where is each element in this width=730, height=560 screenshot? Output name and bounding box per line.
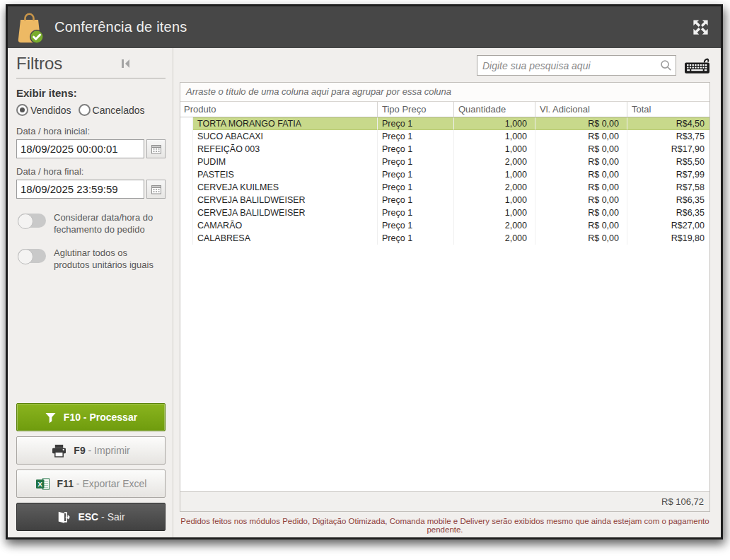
process-button-label: - Processar — [83, 412, 137, 423]
exit-door-icon — [57, 511, 71, 524]
collapse-filters-button[interactable] — [119, 57, 133, 70]
date-start-input[interactable] — [16, 139, 144, 158]
column-header-total[interactable]: Total — [627, 102, 709, 117]
radio-vendidos[interactable]: Vendidos — [16, 104, 71, 116]
row-indicator — [180, 130, 193, 143]
table-row[interactable]: CAMARÃOPreço 12,000R$ 0,00R$27,00 — [180, 219, 709, 232]
process-button-key: F10 — [64, 412, 81, 423]
table-row[interactable]: PUDIMPreço 12,000R$ 0,00R$5,50 — [180, 156, 709, 168]
cell-vl-adicional: R$ 0,00 — [535, 117, 627, 130]
cell-total: R$19,80 — [627, 232, 709, 245]
table-row[interactable]: CERVEJA KUILMESPreço 12,000R$ 0,00R$7,58 — [180, 181, 709, 194]
row-indicator — [180, 168, 193, 181]
print-button[interactable]: F9 - Imprimir — [16, 436, 166, 465]
cell-quantidade: 1,000 — [454, 143, 535, 156]
row-indicator — [180, 206, 193, 219]
export-excel-button-label: - Exportar Excel — [76, 478, 147, 489]
cell-produto: PUDIM — [193, 156, 378, 168]
date-end-input[interactable] — [16, 180, 144, 199]
cell-vl-adicional: R$ 0,00 — [535, 206, 627, 219]
cell-total: R$4,50 — [627, 117, 709, 130]
excel-icon: X — [35, 477, 50, 491]
export-excel-button[interactable]: X F11 - Exportar Excel — [16, 469, 166, 498]
exit-button-key: ESC — [78, 511, 98, 523]
cell-total: R$5,50 — [627, 156, 709, 168]
cell-quantidade: 1,000 — [454, 117, 535, 130]
table-row[interactable]: CALABRESAPreço 12,000R$ 0,00R$19,80 — [180, 232, 709, 245]
cell-total: R$6,35 — [627, 194, 709, 206]
toggle-aggregate-label: Aglutinar todos os produtos unitários ig… — [54, 247, 166, 271]
table-row[interactable]: CERVEJA BALILDWEISERPreço 11,000R$ 0,00R… — [180, 206, 709, 219]
expand-icon — [691, 18, 710, 37]
radio-cancelados-circle[interactable] — [79, 104, 91, 116]
cell-tipo-preco: Preço 1 — [378, 232, 454, 245]
cell-quantidade: 2,000 — [454, 219, 535, 232]
cell-tipo-preco: Preço 1 — [378, 130, 454, 143]
radio-cancelados[interactable]: Cancelados — [79, 104, 145, 116]
date-start-calendar-button[interactable] — [146, 139, 166, 158]
cell-tipo-preco: Preço 1 — [378, 194, 454, 206]
window-title: Conferência de itens — [54, 19, 187, 35]
exit-button[interactable]: ESC - Sair — [16, 503, 166, 531]
cell-total: R$6,35 — [627, 206, 709, 219]
cell-produto: CERVEJA BALILDWEISER — [193, 206, 378, 219]
table-row[interactable]: CERVEJA BALILDWEISERPreço 11,000R$ 0,00R… — [180, 194, 709, 206]
table-row[interactable]: TORTA MORANGO FATIAPreço 11,000R$ 0,00R$… — [180, 117, 709, 130]
toggle-aggregate-products[interactable] — [18, 249, 46, 263]
cell-produto: CAMARÃO — [193, 219, 378, 232]
cell-tipo-preco: Preço 1 — [378, 168, 454, 181]
date-start-label: Data / hora inicial: — [16, 126, 166, 136]
column-header-quantidade[interactable]: Quantidade — [454, 102, 535, 117]
cell-total: R$17,90 — [627, 143, 709, 156]
cell-vl-adicional: R$ 0,00 — [535, 168, 627, 181]
search-icon[interactable] — [659, 59, 673, 72]
cell-quantidade: 2,000 — [454, 232, 535, 245]
row-indicator — [180, 194, 193, 206]
virtual-keyboard-button[interactable] — [684, 57, 710, 74]
grid-footer: R$ 106,72 — [180, 491, 709, 511]
cell-vl-adicional: R$ 0,00 — [535, 156, 627, 168]
column-header-tipo-preco[interactable]: Tipo Preço — [378, 102, 454, 117]
process-button[interactable]: F10 - Processar — [16, 403, 166, 431]
cell-produto: CERVEJA KUILMES — [193, 181, 378, 194]
exhibit-items-label: Exibir itens: — [16, 87, 166, 99]
sidebar-divider — [16, 78, 166, 78]
cell-tipo-preco: Preço 1 — [378, 117, 454, 130]
keyboard-icon — [684, 57, 710, 74]
radio-vendidos-circle[interactable] — [16, 104, 28, 116]
cell-produto: TORTA MORANGO FATIA — [193, 117, 378, 130]
table-row[interactable]: REFEIÇÃO 003Preço 11,000R$ 0,00R$17,90 — [180, 143, 709, 156]
cell-vl-adicional: R$ 0,00 — [535, 130, 627, 143]
cell-total: R$7,58 — [627, 181, 709, 194]
collapse-filters-icon — [120, 59, 132, 69]
toggle-consider-closing-datetime[interactable] — [18, 214, 46, 228]
grid-body: TORTA MORANGO FATIAPreço 11,000R$ 0,00R$… — [180, 117, 709, 491]
column-header-vl-adicional[interactable]: Vl. Adicional — [535, 102, 627, 117]
row-indicator — [180, 181, 193, 194]
group-by-hint: Arraste o título de uma coluna aqui para… — [180, 83, 709, 102]
cell-quantidade: 1,000 — [454, 130, 535, 143]
search-input[interactable] — [482, 60, 659, 71]
cell-vl-adicional: R$ 0,00 — [535, 219, 627, 232]
table-row[interactable]: SUCO ABACAXIPreço 11,000R$ 0,00R$3,75 — [180, 130, 709, 143]
app-window: Conferência de itens Filtros — [6, 4, 723, 539]
export-excel-button-key: F11 — [57, 478, 74, 489]
cell-tipo-preco: Preço 1 — [378, 206, 454, 219]
column-header-produto[interactable]: Produto — [180, 102, 378, 117]
cell-tipo-preco: Preço 1 — [378, 143, 454, 156]
cell-tipo-preco: Preço 1 — [378, 156, 454, 168]
table-row[interactable]: PASTEISPreço 11,000R$ 0,00R$7,99 — [180, 168, 709, 181]
filters-sidebar: Filtros Exibir itens: Vendidos — [8, 48, 173, 537]
titlebar: Conferência de itens — [8, 6, 721, 48]
expand-window-button[interactable] — [690, 17, 711, 38]
cell-produto: CERVEJA BALILDWEISER — [193, 194, 378, 206]
cell-tipo-preco: Preço 1 — [378, 219, 454, 232]
svg-text:X: X — [37, 479, 42, 487]
toggle-consider-closing-label: Considerar data/hora do fechamento do pe… — [54, 211, 166, 235]
row-indicator — [180, 232, 193, 245]
date-end-calendar-button[interactable] — [146, 180, 166, 199]
cell-vl-adicional: R$ 0,00 — [535, 194, 627, 206]
row-indicator — [180, 156, 193, 168]
filters-heading: Filtros — [16, 54, 62, 74]
radio-vendidos-label: Vendidos — [30, 105, 71, 116]
